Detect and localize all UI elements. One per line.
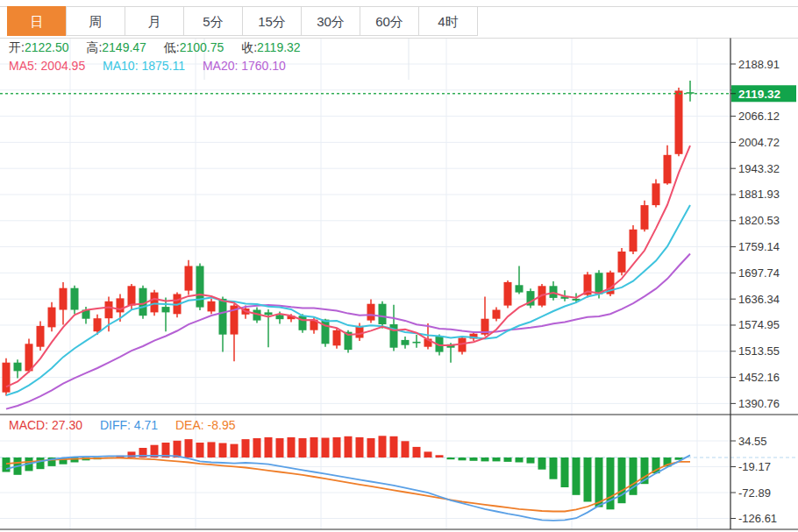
tab-30min[interactable]: 30分 xyxy=(301,6,360,36)
macd-bar xyxy=(413,447,421,458)
candle-body[interactable] xyxy=(3,363,11,393)
tab-day[interactable]: 日 xyxy=(7,6,67,36)
macd-bar xyxy=(493,458,501,461)
axis-label: 1574.95 xyxy=(738,318,780,331)
macd-bar xyxy=(322,438,330,458)
axis-label: 1513.55 xyxy=(738,344,780,358)
macd-bar xyxy=(481,458,489,461)
axis-label: 2066.12 xyxy=(738,110,780,123)
axis-label: 1636.34 xyxy=(738,293,780,306)
candle-body[interactable] xyxy=(128,286,136,305)
candle-body[interactable] xyxy=(595,273,603,294)
axis-label: 1452.16 xyxy=(738,371,780,384)
ohlc-low: 低:2100.75 xyxy=(164,40,224,54)
axis-label: 2188.91 xyxy=(738,58,780,71)
candle-body[interactable] xyxy=(333,330,341,346)
macd-bar xyxy=(3,458,11,472)
candle-body[interactable] xyxy=(14,363,22,372)
macd-bar xyxy=(37,458,45,469)
ohlc-close: 收:2119.32 xyxy=(241,40,300,54)
candle-body[interactable] xyxy=(265,312,273,315)
candle-body[interactable] xyxy=(413,342,421,344)
macd-bar xyxy=(584,458,592,502)
tab-15min[interactable]: 15分 xyxy=(242,6,302,36)
candle-body[interactable] xyxy=(117,298,125,312)
macd-bar xyxy=(436,455,444,458)
candle-body[interactable] xyxy=(516,285,524,292)
interval-tabbar: 日周月5分15分30分60分4时 xyxy=(7,6,478,36)
ohlc-open: 开:2122.50 xyxy=(9,40,69,54)
axis-label: 2004.72 xyxy=(738,136,780,149)
ma20-legend: MA20: 1760.10 xyxy=(203,59,286,73)
macd-bar xyxy=(561,458,569,487)
ma20-label: MA20: xyxy=(203,59,238,73)
candle-body[interactable] xyxy=(71,288,79,310)
macd-bar xyxy=(470,458,478,461)
axis-label: 1390.76 xyxy=(738,397,780,410)
macd-indicator: MACD: 27.30 xyxy=(9,418,82,432)
tab-5min[interactable]: 5分 xyxy=(183,6,243,36)
macd-bar xyxy=(299,438,307,458)
candle-body[interactable] xyxy=(322,320,330,344)
candle-body[interactable] xyxy=(219,299,227,335)
tab-60min[interactable]: 60分 xyxy=(360,6,419,36)
candle-body[interactable] xyxy=(402,340,410,345)
ma5-value: 2004.95 xyxy=(41,59,86,73)
candle-body[interactable] xyxy=(652,183,660,205)
candle-body[interactable] xyxy=(208,301,216,312)
ohlc-open-label: 开: xyxy=(9,40,25,54)
macd-legend: MACD: 27.30 DIFF: 4.71 DEA: -8.95 xyxy=(9,418,249,432)
candle-body[interactable] xyxy=(299,316,307,330)
macd-bar xyxy=(196,443,204,458)
ohlc-open-value: 2122.50 xyxy=(25,40,69,54)
candle-body[interactable] xyxy=(25,344,33,371)
tab-4hour[interactable]: 4时 xyxy=(418,6,478,36)
ohlc-low-label: 低: xyxy=(164,40,180,54)
axis-label: 1881.93 xyxy=(738,188,780,201)
ohlc-close-value: 2119.32 xyxy=(257,40,301,54)
macd-histogram xyxy=(3,436,683,509)
candle-body[interactable] xyxy=(105,301,113,318)
candles-group xyxy=(3,81,695,395)
macd-bar xyxy=(550,458,558,479)
candle-body[interactable] xyxy=(504,282,512,306)
candle-body[interactable] xyxy=(493,310,501,319)
candle-body[interactable] xyxy=(185,266,193,291)
macd-bar xyxy=(219,443,227,458)
macd-bar xyxy=(516,458,524,463)
candle-body[interactable] xyxy=(196,266,204,308)
axis-label: -72.89 xyxy=(738,486,771,500)
candle-body[interactable] xyxy=(641,205,649,230)
candle-body[interactable] xyxy=(162,307,170,312)
tab-week[interactable]: 周 xyxy=(66,6,125,36)
macd-bar xyxy=(379,436,387,458)
chart-canvas[interactable]: 2188.912127.512066.122004.721943.321881.… xyxy=(0,0,798,532)
ohlc-close-label: 收: xyxy=(241,40,257,54)
candle-body[interactable] xyxy=(151,293,159,313)
axis-label: 1759.14 xyxy=(738,240,780,253)
candle-body[interactable] xyxy=(48,308,56,328)
candle-body[interactable] xyxy=(37,326,45,347)
macd-bar xyxy=(208,442,216,458)
macd-bar xyxy=(367,438,375,458)
dea-label: DEA: xyxy=(175,418,204,432)
ma10-value: 1875.11 xyxy=(141,59,185,73)
macd-bar xyxy=(538,458,546,470)
macd-bar xyxy=(288,437,296,458)
candle-body[interactable] xyxy=(630,230,638,252)
candle-body[interactable] xyxy=(379,304,387,324)
macd-label: MACD: xyxy=(9,418,48,432)
tab-month[interactable]: 月 xyxy=(125,6,184,36)
macd-bar xyxy=(402,441,410,458)
candle-body[interactable] xyxy=(675,91,683,154)
macd-bar xyxy=(253,438,261,458)
candle-body[interactable] xyxy=(367,304,375,321)
macd-bar xyxy=(573,458,581,495)
candle-body[interactable] xyxy=(276,315,284,319)
candle-body[interactable] xyxy=(60,288,68,310)
candle-body[interactable] xyxy=(664,155,672,184)
candle-body[interactable] xyxy=(94,318,102,331)
macd-bar xyxy=(390,436,398,458)
candle-body[interactable] xyxy=(618,252,626,273)
axis-label: 1697.74 xyxy=(738,266,780,280)
